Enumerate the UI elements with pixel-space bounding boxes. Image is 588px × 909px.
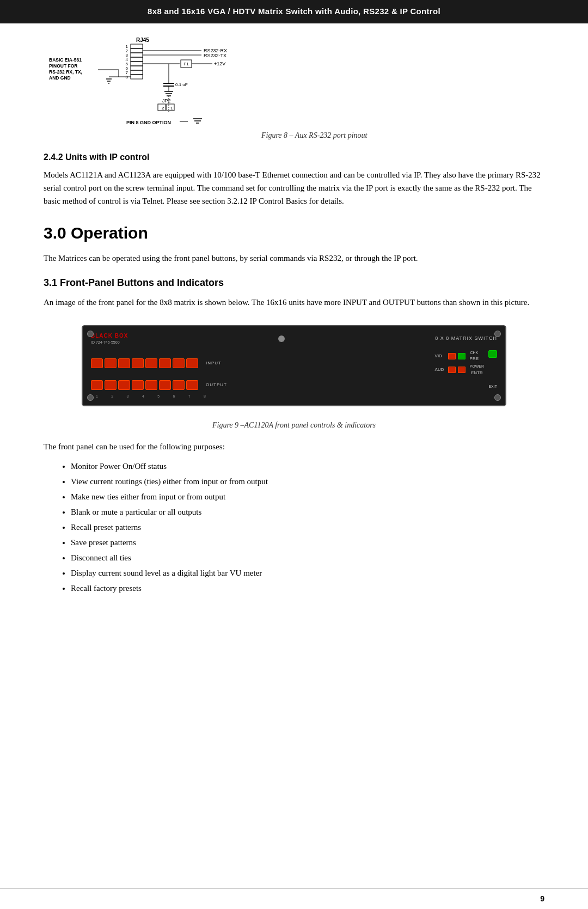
panel-logo-text: BLACK BOX [91, 332, 128, 340]
panel-logo: BLACK BOX ID 724-746-5500 [91, 332, 128, 346]
panel-top-row: BLACK BOX ID 724-746-5500 8 X 8 MATRIX S… [91, 332, 497, 346]
front-panel-wrapper: BLACK BOX ID 724-746-5500 8 X 8 MATRIX S… [44, 315, 544, 416]
bullet-list: Monitor Power On/Off status View current… [71, 460, 544, 595]
svg-text:1: 1 [170, 106, 173, 111]
vid-btn-1[interactable] [448, 353, 456, 359]
num-3: 3 [122, 394, 134, 400]
output-btn-6[interactable] [159, 380, 171, 390]
section-30-heading: 3.0 Operation [44, 221, 544, 245]
screw-bottom-left [87, 394, 94, 401]
section-31-heading: 3.1 Front-Panel Buttons and Indicators [44, 276, 544, 290]
panel-led-center [278, 335, 285, 342]
panel-aud-row: AUD POWER ENTR [435, 364, 484, 376]
input-btn-3[interactable] [118, 358, 130, 368]
vid-btn-2[interactable] [458, 353, 465, 359]
svg-rect-3 [131, 53, 143, 57]
svg-text:RJ45: RJ45 [136, 37, 149, 43]
panel-output-buttons [91, 380, 198, 390]
figure8-caption: Figure 8 – Aux RS-232 port pinout [261, 129, 367, 142]
entr-power-group: POWER ENTR [470, 364, 484, 376]
output-btn-7[interactable] [173, 380, 185, 390]
output-btn-3[interactable] [118, 380, 130, 390]
exit-label-area: EXIT [488, 379, 497, 392]
header-title: 8x8 and 16x16 VGA / HDTV Matrix Switch w… [148, 7, 440, 16]
bullet-item-6: Save preset patterns [71, 536, 544, 549]
svg-text:PIN 8 GND OPTION: PIN 8 GND OPTION [126, 120, 171, 125]
input-btn-1[interactable] [91, 358, 103, 368]
output-label: OUTPUT [206, 382, 227, 388]
screw-bottom-right [494, 394, 501, 401]
main-content: RJ45 1 2 3 4 5 6 7 [0, 23, 588, 636]
power-label: POWER [470, 364, 484, 370]
panel-vid-row: VID CHK PRE [435, 350, 484, 363]
circuit-diagram: RJ45 1 2 3 4 5 6 7 [44, 34, 245, 142]
panel-vid-aud-section: VID CHK PRE [435, 350, 484, 376]
power-button[interactable] [488, 350, 497, 358]
panel-frame: BLACK BOX ID 724-746-5500 8 X 8 MATRIX S… [82, 325, 506, 406]
num-4: 4 [137, 394, 149, 400]
panel-numbers-row: 1 2 3 4 5 6 7 8 [91, 394, 211, 400]
svg-rect-7 [131, 70, 143, 75]
input-label: INPUT [206, 360, 222, 367]
figure8-area: RJ45 1 2 3 4 5 6 7 [44, 34, 544, 142]
output-btn-5[interactable] [145, 380, 157, 390]
panel-power-btn-section [488, 350, 497, 358]
aud-btn-1[interactable] [448, 367, 456, 373]
header-bar: 8x8 and 16x16 VGA / HDTV Matrix Switch w… [0, 0, 588, 23]
figure8-caption-text: Figure 8 – Aux RS-232 port pinout [261, 131, 367, 139]
aud-btn-2[interactable] [458, 367, 465, 373]
bullet-item-3: Make new ties either from input or from … [71, 490, 544, 503]
pre-label: PRE [470, 356, 479, 362]
panel-logo-sub: ID 724-746-5500 [91, 340, 120, 346]
bullet-item-2: View current routings (ties) either from… [71, 475, 544, 488]
panel-input-row: INPUT VID [91, 350, 497, 376]
svg-rect-2 [131, 48, 143, 53]
screw-top-right [494, 331, 501, 337]
input-btn-7[interactable] [173, 358, 185, 368]
input-btn-4[interactable] [132, 358, 144, 368]
svg-text:0.1 uF: 0.1 uF [175, 82, 188, 87]
panel-right-controls: VID CHK PRE [435, 350, 497, 376]
bullet-item-1: Monitor Power On/Off status [71, 460, 544, 473]
page-wrapper: 8x8 and 16x16 VGA / HDTV Matrix Switch w… [0, 0, 588, 909]
section-30-intro: The Matrices can be operated using the f… [44, 252, 544, 265]
bullet-item-5: Recall preset patterns [71, 521, 544, 534]
section-242-heading: 2.4.2 Units with IP control [44, 151, 544, 164]
svg-text:+12V: +12V [214, 61, 225, 66]
panel-input-buttons [91, 358, 198, 368]
input-btn-2[interactable] [105, 358, 117, 368]
svg-rect-4 [131, 57, 143, 62]
purposes-intro: The front panel can be used for the foll… [44, 440, 544, 453]
bullet-item-9: Recall factory presets [71, 582, 544, 595]
chk-pre-group: CHK PRE [470, 350, 479, 363]
svg-rect-6 [131, 66, 143, 70]
panel-output-row: OUTPUT EXIT [91, 379, 497, 392]
entr-label: ENTR [471, 370, 483, 376]
svg-text:BASIC EIA-561: BASIC EIA-561 [49, 57, 82, 63]
num-7: 7 [183, 394, 195, 400]
num-2: 2 [106, 394, 118, 400]
page-number: 9 [540, 893, 544, 905]
input-btn-5[interactable] [145, 358, 157, 368]
bullet-item-7: Disconnect all ties [71, 551, 544, 564]
svg-text:RS-232 RX, TX,: RS-232 RX, TX, [49, 69, 82, 75]
aud-label: AUD [435, 367, 446, 373]
svg-text:RS232-TX: RS232-TX [204, 53, 226, 58]
figure9-caption: Figure 9 –AC1120A front panel controls &… [44, 419, 544, 431]
output-btn-8[interactable] [186, 380, 198, 390]
chk-label: CHK [470, 350, 478, 356]
bullet-item-4: Blank or mute a particular or all output… [71, 505, 544, 518]
svg-rect-8 [131, 75, 143, 79]
input-btn-8[interactable] [186, 358, 198, 368]
panel-title-right: 8 X 8 MATRIX SWITCH [435, 335, 497, 343]
section-242-body: Models AC1121A and AC1123A are equipped … [44, 168, 544, 208]
output-btn-1[interactable] [91, 380, 103, 390]
front-panel-device: BLACK BOX ID 724-746-5500 8 X 8 MATRIX S… [82, 325, 506, 406]
output-btn-4[interactable] [132, 380, 144, 390]
bullet-item-8: Display current sound level as a digital… [71, 566, 544, 579]
num-6: 6 [168, 394, 180, 400]
output-btn-2[interactable] [105, 380, 117, 390]
input-btn-6[interactable] [159, 358, 171, 368]
page-footer: 9 [0, 888, 588, 909]
svg-rect-1 [131, 44, 143, 48]
